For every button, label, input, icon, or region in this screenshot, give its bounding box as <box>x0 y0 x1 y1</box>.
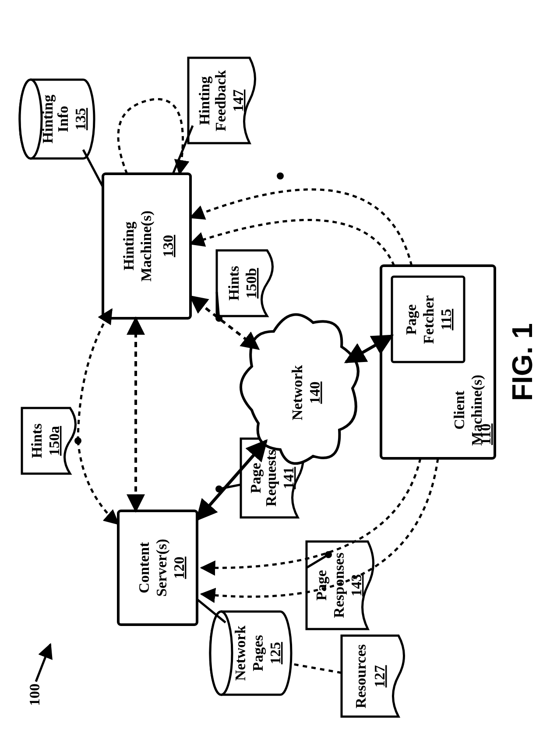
svg-text:Hinting: Hinting <box>120 222 137 270</box>
node-page-responses: Page Responses 143 <box>307 542 374 629</box>
svg-text:141: 141 <box>280 467 296 489</box>
node-page-fetcher: Page Fetcher 115 <box>392 277 464 362</box>
svg-text:120: 120 <box>171 557 187 579</box>
branch-dot-feedback <box>277 172 284 179</box>
svg-text:Network: Network <box>232 626 248 681</box>
svg-text:Hints: Hints <box>226 266 242 300</box>
svg-text:Client: Client <box>451 390 467 429</box>
svg-text:Hinting: Hinting <box>39 95 56 143</box>
node-network-pages: Network Pages 125 <box>210 612 291 695</box>
svg-text:Server(s): Server(s) <box>153 539 170 597</box>
svg-text:Fetcher: Fetcher <box>420 295 437 344</box>
svg-text:Page: Page <box>403 304 419 335</box>
svg-text:130: 130 <box>160 235 176 257</box>
svg-text:150b: 150b <box>243 268 259 299</box>
svg-text:125: 125 <box>267 642 283 665</box>
svg-text:110: 110 <box>477 423 494 445</box>
branch-dot-hints-b <box>215 315 222 322</box>
edge-hints-a-hinting <box>78 309 112 441</box>
node-content-server: Content Server(s) 120 <box>118 511 197 625</box>
svg-text:Info: Info <box>55 106 71 132</box>
node-hints-a: Hints 150a <box>22 408 76 474</box>
svg-text:135: 135 <box>72 108 88 130</box>
svg-text:Content: Content <box>136 542 152 594</box>
node-resources: Resources 127 <box>342 636 404 717</box>
svg-point-9 <box>20 80 42 158</box>
node-hints-b: Hints 150b <box>217 250 273 316</box>
svg-text:Hinting: Hinting <box>196 76 212 125</box>
edge-hints-a-server <box>78 441 118 524</box>
figure-label: FIG. 1 <box>507 323 538 401</box>
edge-info-hinting <box>83 150 103 187</box>
svg-text:Network: Network <box>289 365 305 421</box>
svg-text:140: 140 <box>307 382 323 404</box>
svg-text:150a: 150a <box>46 426 62 456</box>
svg-text:Page: Page <box>313 570 329 601</box>
diagram-ref-label: 100 <box>26 684 42 706</box>
svg-text:115: 115 <box>438 309 454 330</box>
svg-text:Machine(s): Machine(s) <box>138 211 155 281</box>
node-hinting-info: Hinting Info 135 <box>20 80 94 158</box>
node-hinting-machine: Hinting Machine(s) 130 <box>103 174 190 318</box>
edge-resources-pages <box>293 664 342 673</box>
ref-arrow <box>36 644 50 682</box>
svg-text:Feedback: Feedback <box>212 70 229 131</box>
svg-text:127: 127 <box>371 665 388 688</box>
edge-hinting-selfloop <box>118 99 183 174</box>
svg-text:Requests: Requests <box>263 450 279 506</box>
edge-feedback-hinting <box>173 126 193 174</box>
svg-text:Pages: Pages <box>250 635 266 671</box>
svg-point-16 <box>210 612 232 695</box>
svg-text:Hints: Hints <box>28 423 45 458</box>
svg-text:147: 147 <box>230 90 246 112</box>
edge-requests <box>219 485 241 489</box>
svg-text:Page: Page <box>247 463 264 493</box>
node-hinting-feedback: Hinting Feedback 147 <box>188 58 255 143</box>
svg-text:Resources: Resources <box>353 644 369 709</box>
